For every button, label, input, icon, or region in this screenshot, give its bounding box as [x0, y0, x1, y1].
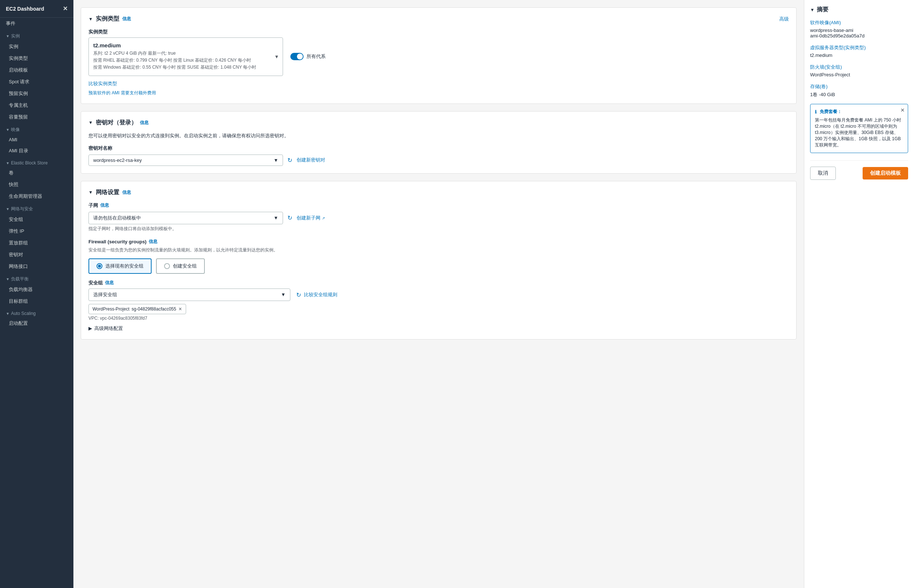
keypair-value: wordpress-ec2-rsa-key [93, 157, 142, 163]
chevron-down-icon: ▼ [6, 161, 10, 165]
advanced-link[interactable]: 高级 [779, 16, 789, 23]
sidebar-item-tg[interactable]: 目标群组 [0, 296, 73, 307]
refresh-sg-icon[interactable]: ↻ [296, 291, 301, 299]
firewall-info-link[interactable]: 信息 [149, 239, 157, 245]
network-title: ▼ 网络设置 信息 [89, 189, 131, 196]
sidebar-item-placement[interactable]: 置放群组 [0, 237, 73, 249]
sg-label: 安全组 信息 [89, 280, 789, 286]
sidebar-item-launch-template[interactable]: 启动模板 [0, 64, 73, 76]
sidebar-item-keypair[interactable]: 密钥对 [0, 249, 73, 261]
sidebar-item-capacity[interactable]: 容量预留 [0, 111, 73, 123]
firewall-radio-group: 选择现有的安全组 创建安全组 [89, 258, 789, 274]
keypair-info-link[interactable]: 信息 [140, 120, 149, 126]
ami-note[interactable]: 预装软件的 AMI 需要支付额外费用 [89, 90, 789, 96]
chevron-down-icon: ▼ [6, 207, 10, 211]
family-toggle[interactable] [291, 53, 304, 60]
sidebar-item-lifecycle[interactable]: 生命周期管理器 [0, 191, 73, 202]
sidebar-item-reserved[interactable]: 预留实例 [0, 88, 73, 100]
compare-instance-link[interactable]: 比较实例类型 [89, 81, 117, 86]
sidebar-item-events[interactable]: 事件 [0, 18, 73, 29]
sg-tag-close-icon[interactable]: ✕ [178, 307, 182, 312]
instance-type-header: ▼ 实例类型 信息 高级 [89, 15, 789, 23]
subnet-info-link[interactable]: 信息 [100, 202, 109, 208]
chevron-down-icon: ▼ [6, 277, 10, 281]
summary-ami-label[interactable]: 软件映像(AMI) [810, 19, 908, 26]
sidebar-item-ami[interactable]: AMI [0, 134, 73, 145]
sidebar-item-volumes[interactable]: 卷 [0, 167, 73, 179]
summary-storage-value: 1卷 -40 GiB [810, 91, 908, 98]
instance-type-name: t2.medium [93, 42, 278, 48]
family-filter-label: 所有代系 [307, 53, 326, 60]
sidebar-section-lb: ▼ 负载平衡 [0, 272, 73, 284]
keypair-select-row: wordpress-ec2-rsa-key ▼ ↻ 创建新密钥对 [89, 155, 789, 166]
keypair-selector[interactable]: wordpress-ec2-rsa-key ▼ [89, 155, 283, 166]
keypair-title: ▼ 密钥对（登录） 信息 [89, 119, 149, 127]
subnet-selector[interactable]: 请勿包括在启动模板中 ▼ [89, 212, 283, 224]
sidebar-item-launch-config[interactable]: 启动配置 [0, 318, 73, 329]
refresh-icon[interactable]: ↻ [287, 157, 292, 164]
cancel-button[interactable]: 取消 [810, 166, 836, 180]
chevron-down-icon: ▼ [6, 34, 10, 38]
sidebar-item-dedicated-host[interactable]: 专属主机 [0, 100, 73, 111]
sidebar-section-images: ▼ 映像 [0, 123, 73, 134]
radio-create-sg[interactable]: 创建安全组 [156, 258, 205, 274]
content-area: ▼ 实例类型 信息 高级 实例类型 t2.medium 系列: t2 2 vCP… [73, 0, 804, 588]
action-buttons: 取消 创建启动模板 [810, 160, 908, 180]
sidebar-item-instance[interactable]: 实例 [0, 41, 73, 52]
sidebar-item-snapshots[interactable]: 快照 [0, 179, 73, 191]
radio-existing-sg[interactable]: 选择现有的安全组 [89, 258, 152, 274]
summary-firewall-label[interactable]: 防火墙(安全组) [810, 64, 908, 71]
sidebar-item-eip[interactable]: 弹性 IP [0, 225, 73, 237]
create-template-button[interactable]: 创建启动模板 [862, 167, 908, 179]
summary-ami-value: wordpress-base-ami [810, 27, 908, 33]
summary-instance-type-label[interactable]: 虚拟服务器类型(实例类型) [810, 44, 908, 51]
radio-create-label: 创建安全组 [173, 263, 197, 270]
instance-type-info-link[interactable]: 信息 [122, 16, 131, 22]
summary-storage-label[interactable]: 存储(卷) [810, 83, 908, 90]
sidebar-item-instance-type[interactable]: 实例类型 [0, 52, 73, 64]
instance-type-selector[interactable]: t2.medium 系列: t2 2 vCPU 4 GiB 内存 最新一代: t… [89, 37, 283, 76]
sidebar-item-sg[interactable]: 安全组 [0, 213, 73, 225]
subnet-select-row: 请勿包括在启动模板中 ▼ ↻ 创建新子网 ↗ [89, 212, 789, 224]
network-card: ▼ 网络设置 信息 子网 信息 请勿包括在启动模板中 ▼ ↻ 创建新子网 ↗ [81, 181, 796, 339]
collapse-icon[interactable]: ▼ [89, 190, 93, 195]
free-tier-title: ℹ 免费套餐： [815, 109, 903, 115]
dropdown-arrow-icon: ▼ [281, 292, 286, 297]
keypair-card: ▼ 密钥对（登录） 信息 您可以使用密钥对以安全的方式连接到实例。在启动实例之前… [81, 111, 796, 174]
collapse-icon[interactable]: ▼ [89, 120, 93, 125]
refresh-icon[interactable]: ↻ [287, 214, 292, 221]
sidebar-item-ami-catalog[interactable]: AMI 目录 [0, 145, 73, 157]
sg-vpc: VPC: vpc-04269ac8305f83fd7 [89, 316, 291, 321]
advanced-net-row[interactable]: ▶ 高级网络配置 [89, 325, 789, 332]
collapse-icon[interactable]: ▼ [89, 16, 93, 22]
sidebar-item-elb[interactable]: 负载均衡器 [0, 284, 73, 296]
sidebar-item-spot[interactable]: Spot 请求 [0, 76, 73, 88]
create-keypair-link[interactable]: 创建新密钥对 [297, 157, 325, 163]
chevron-right-icon: ▶ [89, 326, 92, 331]
create-subnet-link[interactable]: 创建新子网 ↗ [297, 215, 325, 221]
summary-ami: 软件映像(AMI) wordpress-base-ami ami-0db25d9… [810, 19, 908, 39]
close-icon[interactable]: ✕ [63, 5, 68, 12]
collapse-icon[interactable]: ▼ [810, 7, 814, 13]
advanced-net-label: 高级网络配置 [94, 325, 123, 332]
subnet-placeholder: 请勿包括在启动模板中 [93, 215, 141, 221]
instance-type-field-label: 实例类型 [89, 29, 789, 35]
free-tier-close-icon[interactable]: ✕ [900, 107, 905, 113]
summary-storage: 存储(卷) 1卷 -40 GiB [810, 83, 908, 98]
keypair-description: 您可以使用密钥对以安全的方式连接到实例。在启动实例之前，请确保您有权访问所选密钥… [89, 132, 789, 139]
sidebar-item-eni[interactable]: 网络接口 [0, 261, 73, 272]
network-info-link[interactable]: 信息 [122, 189, 131, 195]
free-tier-notice: ℹ 免费套餐： ✕ 第一年包括每月免费套餐 AMI 上的 750 小时 t2.m… [810, 104, 908, 153]
compare-sg-link[interactable]: 比较安全组规则 [304, 291, 338, 298]
keypair-field-label: 密钥对名称 [89, 145, 789, 152]
sg-tag-id: sg-04829f88acfacc055 [131, 307, 176, 312]
summary-instance-type: 虚拟服务器类型(实例类型) t2.medium [810, 44, 908, 58]
sg-selector[interactable]: 选择安全组 ▼ [89, 289, 291, 301]
instance-type-title: ▼ 实例类型 信息 [89, 15, 131, 23]
sg-info-link[interactable]: 信息 [105, 280, 114, 286]
chevron-down-icon: ▼ [6, 128, 10, 132]
sidebar-title: EC2 Dashboard [6, 6, 44, 12]
external-link-icon: ↗ [322, 216, 325, 220]
instance-type-row: t2.medium 系列: t2 2 vCPU 4 GiB 内存 最新一代: t… [89, 37, 789, 76]
summary-title: ▼ 摘要 [810, 6, 908, 14]
